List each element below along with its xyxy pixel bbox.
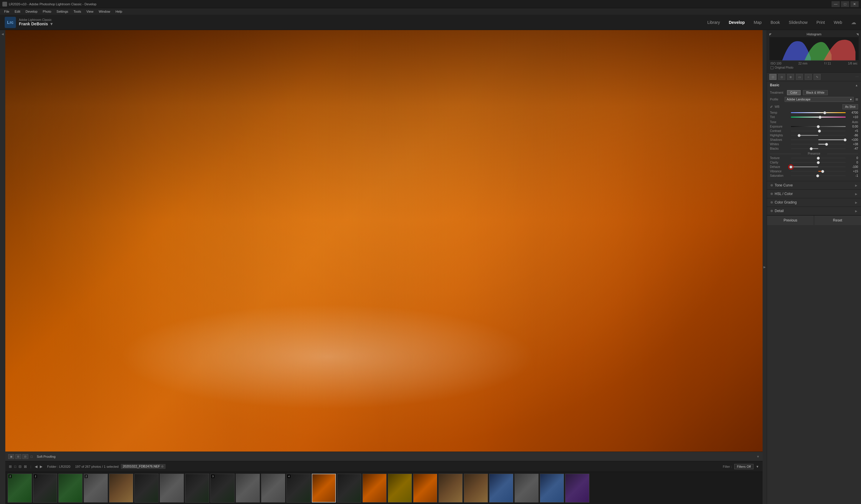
radial-tool[interactable]: ○: [805, 74, 812, 80]
nav-map[interactable]: Map: [754, 20, 762, 25]
user-dropdown-icon[interactable]: ▾: [50, 22, 53, 26]
menu-file[interactable]: File: [2, 9, 12, 14]
wb-eyedropper-icon[interactable]: ✐: [770, 105, 773, 109]
profile-dropdown[interactable]: Adobe Landscape ▾: [785, 97, 853, 102]
dehaze-thumb[interactable]: [789, 166, 792, 168]
minimize-btn[interactable]: —: [832, 1, 840, 7]
clarity-thumb[interactable]: [817, 161, 820, 164]
film-thumb-14[interactable]: [337, 474, 361, 503]
film-thumb-7[interactable]: [160, 474, 184, 503]
next-photo-btn[interactable]: ▶: [40, 464, 42, 468]
film-thumb-3[interactable]: [58, 474, 82, 503]
temp-thumb[interactable]: [823, 111, 826, 114]
clarity-track[interactable]: [791, 162, 846, 163]
basic-panel-header[interactable]: Basic ▲: [767, 81, 861, 89]
hsl-toggle[interactable]: HSL / Color ▶: [767, 190, 861, 198]
film-thumb-18[interactable]: [438, 474, 463, 503]
heal-tool[interactable]: ⊙: [778, 74, 785, 80]
vibrance-thumb[interactable]: [821, 170, 824, 173]
profile-grid-icon[interactable]: ⊞: [856, 98, 858, 101]
tint-track[interactable]: [791, 117, 846, 117]
detail-toggle[interactable]: Detail ▶: [767, 207, 861, 215]
previous-btn[interactable]: Previous: [767, 215, 814, 225]
tools-more[interactable]: ⋯: [856, 75, 859, 79]
saturation-track[interactable]: [791, 175, 846, 176]
brush-tool[interactable]: ✎: [814, 74, 821, 80]
right-collapse-arrow[interactable]: ▶: [763, 30, 767, 504]
shadows-track[interactable]: [791, 139, 846, 140]
whites-thumb[interactable]: [825, 143, 828, 146]
exposure-track[interactable]: [791, 126, 846, 127]
prev-photo-btn[interactable]: ◀: [35, 464, 38, 468]
texture-thumb[interactable]: [817, 157, 820, 160]
menu-tools[interactable]: Tools: [71, 9, 84, 14]
film-thumb-10[interactable]: [236, 474, 260, 503]
cloud-icon[interactable]: ☁: [851, 19, 856, 26]
blacks-track[interactable]: [791, 148, 846, 149]
film-thumb-2[interactable]: 2: [33, 474, 57, 503]
color-grading-toggle[interactable]: Color Grading ▶: [767, 198, 861, 207]
dehaze-track[interactable]: [791, 166, 846, 167]
highlights-track[interactable]: [791, 135, 846, 136]
left-panel-arrow[interactable]: ◀: [1, 32, 4, 36]
exposure-thumb[interactable]: [817, 125, 820, 128]
compare-view-btn[interactable]: ⊟: [18, 464, 22, 468]
filters-off-btn[interactable]: Filters Off: [734, 464, 753, 469]
filter-dropdown-icon[interactable]: ▼: [756, 465, 759, 468]
treatment-color-btn[interactable]: Color: [787, 90, 801, 95]
vibrance-track[interactable]: [791, 171, 846, 172]
wb-dropdown[interactable]: As Shot: [843, 104, 858, 109]
film-thumb-15[interactable]: [363, 474, 386, 503]
film-thumb-19[interactable]: [464, 474, 488, 503]
menu-develop[interactable]: Develop: [23, 9, 40, 14]
nav-web[interactable]: Web: [834, 20, 842, 25]
film-thumb-9[interactable]: 3: [210, 474, 234, 503]
survey-view-btn[interactable]: ⊠: [24, 464, 27, 468]
tone-curve-toggle[interactable]: Tone Curve ▶: [767, 181, 861, 190]
shadows-thumb[interactable]: [844, 138, 847, 141]
film-thumb-6[interactable]: [134, 474, 159, 503]
nav-develop[interactable]: Develop: [729, 20, 744, 25]
view-grid-icon[interactable]: ⊟: [23, 454, 28, 459]
tint-thumb[interactable]: [819, 116, 821, 119]
loupe-view-btn[interactable]: □: [14, 464, 16, 468]
menu-window[interactable]: Window: [96, 9, 112, 14]
view-single-icon[interactable]: ▣: [8, 454, 14, 459]
menu-view[interactable]: View: [84, 9, 96, 14]
film-thumb-16[interactable]: [388, 474, 412, 503]
texture-track[interactable]: [791, 158, 846, 158]
menu-settings[interactable]: Settings: [54, 9, 71, 14]
film-thumb-8[interactable]: [185, 474, 209, 503]
film-thumb-4[interactable]: 2: [84, 474, 108, 503]
tone-auto-btn[interactable]: Auto: [852, 121, 858, 124]
film-thumb-11[interactable]: [261, 474, 285, 503]
contrast-track[interactable]: [791, 130, 846, 131]
film-thumb-17[interactable]: [413, 474, 437, 503]
whites-track[interactable]: [791, 144, 846, 145]
menu-edit[interactable]: Edit: [12, 9, 23, 14]
nav-slideshow[interactable]: Slideshow: [789, 20, 808, 25]
highlights-thumb[interactable]: [798, 134, 801, 137]
grad-tool[interactable]: ▭: [796, 74, 803, 80]
soft-proof-arrow[interactable]: ▼: [756, 455, 760, 458]
grid-view-btn[interactable]: ⊞: [9, 464, 12, 468]
reset-btn[interactable]: Reset: [814, 215, 861, 225]
hist-clip-high[interactable]: ◥: [856, 33, 859, 36]
contrast-thumb[interactable]: [818, 130, 821, 132]
menu-photo[interactable]: Photo: [40, 9, 54, 14]
menu-help[interactable]: Help: [113, 9, 125, 14]
saturation-thumb[interactable]: [816, 174, 819, 177]
treatment-bw-btn[interactable]: Black & White: [803, 90, 828, 95]
film-thumb-12[interactable]: 4: [286, 474, 311, 503]
crop-tool[interactable]: ⊡: [769, 74, 776, 80]
redeye-tool[interactable]: ⊕: [787, 74, 794, 80]
hist-clip-shadow[interactable]: ◤: [769, 33, 772, 36]
film-thumb-5[interactable]: [109, 474, 133, 503]
nav-library[interactable]: Library: [707, 20, 720, 25]
film-thumb-21[interactable]: [515, 474, 539, 503]
film-thumb-20[interactable]: [489, 474, 513, 503]
temp-track[interactable]: [791, 112, 846, 113]
close-btn[interactable]: ✕: [850, 1, 859, 7]
nav-print[interactable]: Print: [817, 20, 825, 25]
film-thumb-23[interactable]: [565, 474, 589, 503]
